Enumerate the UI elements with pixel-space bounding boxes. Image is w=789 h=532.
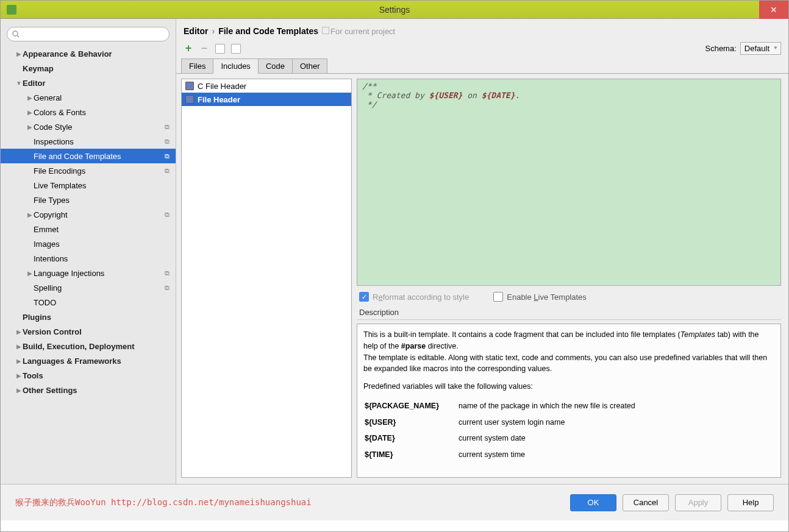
tree-item[interactable]: Emmet bbox=[1, 222, 176, 236]
tab-other[interactable]: Other bbox=[292, 59, 328, 73]
file-icon bbox=[185, 82, 194, 90]
tree-item-label: General bbox=[34, 93, 62, 102]
project-scope-icon: ⧉ bbox=[165, 138, 170, 146]
template-item[interactable]: File Header bbox=[182, 93, 351, 106]
expand-arrow-icon bbox=[15, 328, 23, 335]
tree-item[interactable]: TODO bbox=[1, 295, 176, 310]
tree-item[interactable]: Spelling⧉ bbox=[1, 280, 176, 295]
tree-item[interactable]: Tools bbox=[1, 368, 176, 383]
tree-item-label: Emmet bbox=[34, 225, 59, 234]
project-scope-icon: ⧉ bbox=[165, 123, 170, 131]
tree-item[interactable]: Languages & Frameworks bbox=[1, 353, 176, 368]
checkbox-checked-icon: ✓ bbox=[359, 292, 369, 302]
tree-item-label: Language Injections bbox=[34, 269, 104, 278]
expand-arrow-icon bbox=[15, 80, 23, 87]
close-button[interactable]: ✕ bbox=[759, 1, 788, 19]
tree-item[interactable]: Live Templates bbox=[1, 178, 176, 193]
template-item-label: File Header bbox=[198, 95, 240, 104]
tree-item[interactable]: Build, Execution, Deployment bbox=[1, 339, 176, 353]
tree-item-label: File Types bbox=[34, 196, 70, 205]
copy-icon[interactable] bbox=[215, 44, 225, 54]
variable-row: ${DATE}current system date bbox=[365, 431, 654, 446]
file-icon bbox=[185, 95, 194, 104]
tree-item-label: Intentions bbox=[34, 254, 68, 263]
enable-live-templates-checkbox[interactable]: Enable Live Templates bbox=[493, 292, 587, 302]
tree-item-label: Inspections bbox=[34, 137, 74, 146]
expand-arrow-icon bbox=[26, 109, 34, 116]
tree-item-label: Editor bbox=[23, 79, 46, 88]
project-scope-icon: ⧉ bbox=[165, 167, 170, 175]
variable-row: ${PACKAGE_NAME}name of the package in wh… bbox=[365, 399, 654, 414]
settings-tree-panel: Appearance & BehaviorKeymapEditorGeneral… bbox=[1, 19, 176, 484]
tree-item[interactable]: Plugins bbox=[1, 310, 176, 324]
tree-item[interactable]: Keymap bbox=[1, 61, 176, 76]
template-list[interactable]: C File HeaderFile Header bbox=[181, 79, 352, 478]
template-editor[interactable]: /** * Created by ${USER} on ${DATE}. */ bbox=[357, 79, 781, 286]
tab-includes[interactable]: Includes bbox=[213, 59, 258, 74]
tree-item[interactable]: Colors & Fonts bbox=[1, 105, 176, 119]
tree-item[interactable]: Other Settings bbox=[1, 383, 176, 397]
tree-item[interactable]: Appearance & Behavior bbox=[1, 46, 176, 61]
schema-select[interactable]: Default bbox=[740, 42, 781, 55]
tab-code[interactable]: Code bbox=[258, 59, 293, 73]
tree-item[interactable]: Images bbox=[1, 236, 176, 251]
tree-item-label: Copyright bbox=[34, 210, 68, 219]
project-scope-icon: ⧉ bbox=[165, 152, 170, 160]
tree-item[interactable]: Copyright⧉ bbox=[1, 207, 176, 222]
tab-files[interactable]: Files bbox=[181, 59, 213, 73]
tree-item-label: Plugins bbox=[23, 313, 51, 322]
variable-row: ${USER}current user system login name bbox=[365, 415, 654, 430]
variable-row: ${TIME}current system time bbox=[365, 447, 654, 463]
breadcrumb: Editor › File and Code Templates For cur… bbox=[176, 19, 788, 38]
project-scope-icon: ⧉ bbox=[165, 269, 170, 277]
description-label: Description bbox=[357, 308, 781, 319]
tree-item-label: Build, Execution, Deployment bbox=[23, 342, 134, 351]
dialog-footer: 猴子搬来的救兵WooYun http://blog.csdn.net/mynam… bbox=[1, 484, 788, 520]
tree-item[interactable]: File Types bbox=[1, 193, 176, 207]
remove-icon[interactable]: − bbox=[199, 44, 209, 54]
tree-item-label: TODO bbox=[34, 298, 56, 307]
tree-item-label: Tools bbox=[23, 371, 43, 380]
tree-item[interactable]: Code Style⧉ bbox=[1, 119, 176, 134]
tree-item-label: Version Control bbox=[23, 327, 82, 336]
search-input[interactable] bbox=[7, 27, 170, 41]
project-scope-icon: ⧉ bbox=[165, 284, 170, 292]
apply-button[interactable]: Apply bbox=[675, 494, 721, 511]
tree-item-label: File and Code Templates bbox=[34, 152, 121, 161]
tree-item[interactable]: File and Code Templates⧉ bbox=[1, 149, 176, 163]
expand-arrow-icon bbox=[15, 343, 23, 350]
tree-item[interactable]: Inspections⧉ bbox=[1, 134, 176, 149]
reformat-checkbox[interactable]: ✓ Reformat according to style bbox=[359, 292, 469, 302]
tree-item-label: Live Templates bbox=[34, 181, 86, 190]
add-icon[interactable]: + bbox=[184, 44, 193, 54]
template-item-label: C File Header bbox=[198, 82, 246, 91]
help-button[interactable]: Help bbox=[727, 494, 774, 511]
title-bar: Settings ✕ bbox=[1, 1, 788, 19]
description-box[interactable]: This is a built-in template. It contains… bbox=[357, 324, 781, 478]
tree-item[interactable]: Intentions bbox=[1, 251, 176, 266]
tree-item-label: Other Settings bbox=[23, 386, 77, 395]
reset-icon[interactable] bbox=[231, 44, 241, 54]
watermark-text: 猴子搬来的救兵WooYun http://blog.csdn.net/mynam… bbox=[15, 497, 312, 508]
expand-arrow-icon bbox=[15, 358, 23, 364]
tree-item-label: Appearance & Behavior bbox=[23, 49, 112, 59]
tree-item-label: Colors & Fonts bbox=[34, 108, 86, 117]
settings-tree[interactable]: Appearance & BehaviorKeymapEditorGeneral… bbox=[1, 46, 176, 397]
cancel-button[interactable]: Cancel bbox=[623, 494, 669, 511]
tree-item[interactable]: File Encodings⧉ bbox=[1, 163, 176, 178]
expand-arrow-icon bbox=[26, 124, 34, 130]
ok-button[interactable]: OK bbox=[570, 494, 616, 511]
tree-item[interactable]: Language Injections⧉ bbox=[1, 266, 176, 280]
tree-item-label: File Encodings bbox=[34, 166, 85, 176]
tree-item-label: Code Style bbox=[34, 122, 73, 132]
tree-item[interactable]: Editor bbox=[1, 76, 176, 90]
template-tabs: FilesIncludesCodeOther bbox=[176, 59, 788, 74]
template-item[interactable]: C File Header bbox=[182, 79, 351, 93]
schema-label: Schema: bbox=[705, 44, 736, 53]
app-icon bbox=[7, 5, 16, 15]
tree-item[interactable]: Version Control bbox=[1, 324, 176, 339]
project-scope-icon bbox=[322, 27, 329, 34]
tree-item-label: Keymap bbox=[23, 64, 54, 73]
checkbox-unchecked-icon bbox=[493, 292, 503, 302]
tree-item[interactable]: General bbox=[1, 90, 176, 105]
